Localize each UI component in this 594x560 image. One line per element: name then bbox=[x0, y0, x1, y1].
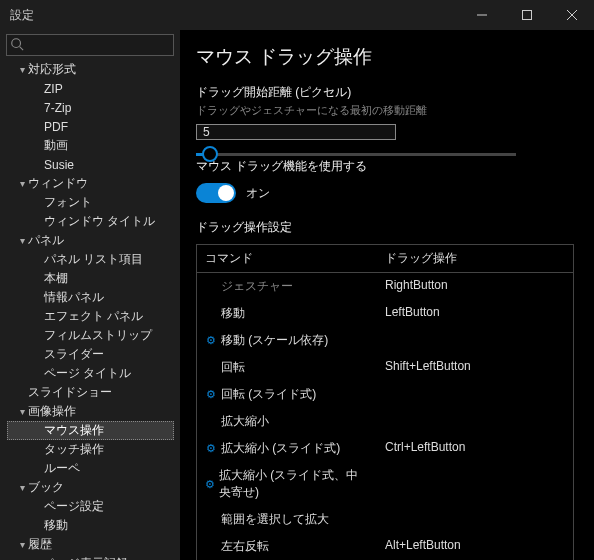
table-cell-command: 拡大縮小 bbox=[197, 408, 377, 435]
table-cell-operation: Alt+LeftButton bbox=[377, 533, 573, 560]
minimize-button[interactable] bbox=[459, 0, 504, 30]
table-row[interactable]: 範囲を選択して拡大 bbox=[197, 506, 573, 533]
table-title: ドラッグ操作設定 bbox=[196, 219, 574, 236]
table-cell-operation: LeftButton bbox=[377, 300, 573, 327]
tree-item[interactable]: PDF bbox=[8, 117, 174, 136]
tree-item[interactable]: Susie bbox=[8, 155, 174, 174]
tree-item-label: PDF bbox=[44, 120, 68, 134]
command-label: 左右反転 bbox=[221, 538, 269, 555]
chevron-down-icon: ▾ bbox=[16, 64, 28, 75]
tree-item[interactable]: スライダー bbox=[8, 345, 174, 364]
distance-input[interactable] bbox=[196, 124, 396, 140]
tree-item-label: 移動 bbox=[44, 517, 68, 534]
nav-tree[interactable]: ▾対応形式ZIP7-ZipPDF動画Susie▾ウィンドウフォントウィンドウ タ… bbox=[6, 60, 174, 560]
search-icon bbox=[10, 37, 26, 53]
distance-title: ドラッグ開始距離 (ピクセル) bbox=[196, 84, 574, 101]
table-row[interactable]: ⚙拡大縮小 (スライド式、中央寄せ) bbox=[197, 462, 573, 506]
table-row[interactable]: 回転Shift+LeftButton bbox=[197, 354, 573, 381]
tree-item-label: ウィンドウ bbox=[28, 175, 88, 192]
chevron-down-icon: ▾ bbox=[16, 539, 28, 550]
tree-item[interactable]: 本棚 bbox=[8, 269, 174, 288]
table-cell-command: 回転 bbox=[197, 354, 377, 381]
tree-item-label: ブック bbox=[28, 479, 64, 496]
table-row[interactable]: ⚙回転 (スライド式) bbox=[197, 381, 573, 408]
tree-item[interactable]: タッチ操作 bbox=[8, 440, 174, 459]
sidebar: ▾対応形式ZIP7-ZipPDF動画Susie▾ウィンドウフォントウィンドウ タ… bbox=[0, 30, 180, 560]
tree-item[interactable]: パネル リスト項目 bbox=[8, 250, 174, 269]
tree-item[interactable]: ルーペ bbox=[8, 459, 174, 478]
tree-item-label: Susie bbox=[44, 158, 74, 172]
table-cell-operation bbox=[377, 408, 573, 435]
table-row[interactable]: ジェスチャーRightButton bbox=[197, 273, 573, 300]
table-cell-command: 移動 bbox=[197, 300, 377, 327]
tree-item-label: 7-Zip bbox=[44, 101, 71, 115]
enable-title: マウス ドラッグ機能を使用する bbox=[196, 158, 574, 175]
tree-item[interactable]: ページ タイトル bbox=[8, 364, 174, 383]
tree-item-label: ページ タイトル bbox=[44, 365, 131, 382]
tree-item-label: スライドショー bbox=[28, 384, 112, 401]
table-cell-operation bbox=[377, 327, 573, 354]
tree-item[interactable]: 7-Zip bbox=[8, 98, 174, 117]
drag-table: コマンド ドラッグ操作 ジェスチャーRightButton移動LeftButto… bbox=[196, 244, 574, 560]
close-button[interactable] bbox=[549, 0, 594, 30]
table-cell-command: ⚙拡大縮小 (スライド式) bbox=[197, 435, 377, 462]
tree-item[interactable]: フォント bbox=[8, 193, 174, 212]
tree-item-label: ページ表示記録 bbox=[44, 555, 128, 560]
table-cell-command: 左右反転 bbox=[197, 533, 377, 560]
tree-item[interactable]: マウス操作 bbox=[7, 421, 174, 440]
maximize-button[interactable] bbox=[504, 0, 549, 30]
table-row[interactable]: 移動LeftButton bbox=[197, 300, 573, 327]
command-label: 拡大縮小 (スライド式) bbox=[221, 440, 340, 457]
window-title: 設定 bbox=[10, 7, 459, 24]
table-row[interactable]: 拡大縮小 bbox=[197, 408, 573, 435]
table-cell-command: ⚙回転 (スライド式) bbox=[197, 381, 377, 408]
table-cell-command: 範囲を選択して拡大 bbox=[197, 506, 377, 533]
tree-item-label: スライダー bbox=[44, 346, 104, 363]
chevron-down-icon: ▾ bbox=[16, 406, 28, 417]
tree-item-label: 本棚 bbox=[44, 270, 68, 287]
tree-item-label: ZIP bbox=[44, 82, 63, 96]
tree-item[interactable]: フィルムストリップ bbox=[8, 326, 174, 345]
tree-item[interactable]: エフェクト パネル bbox=[8, 307, 174, 326]
page-title: マウス ドラッグ操作 bbox=[196, 44, 574, 70]
tree-item[interactable]: ▾ブック bbox=[8, 478, 174, 497]
tree-item[interactable]: ▾画像操作 bbox=[8, 402, 174, 421]
table-cell-operation bbox=[377, 506, 573, 533]
table-row[interactable]: ⚙拡大縮小 (スライド式)Ctrl+LeftButton bbox=[197, 435, 573, 462]
tree-item[interactable]: ▾対応形式 bbox=[8, 60, 174, 79]
table-cell-operation bbox=[377, 462, 573, 506]
tree-item[interactable]: スライドショー bbox=[8, 383, 174, 402]
table-cell-operation bbox=[377, 381, 573, 408]
tree-item-label: 画像操作 bbox=[28, 403, 76, 420]
tree-item-label: 情報パネル bbox=[44, 289, 104, 306]
tree-item-label: フィルムストリップ bbox=[44, 327, 152, 344]
search-input[interactable] bbox=[6, 34, 174, 56]
tree-item[interactable]: ページ設定 bbox=[8, 497, 174, 516]
distance-subtitle: ドラッグやジェスチャーになる最初の移動距離 bbox=[196, 103, 574, 118]
tree-item[interactable]: ▾パネル bbox=[8, 231, 174, 250]
tree-item[interactable]: ▾ウィンドウ bbox=[8, 174, 174, 193]
table-cell-command: ⚙拡大縮小 (スライド式、中央寄せ) bbox=[197, 462, 377, 506]
main-panel: マウス ドラッグ操作 ドラッグ開始距離 (ピクセル) ドラッグやジェスチャーにな… bbox=[180, 30, 594, 560]
command-label: ジェスチャー bbox=[221, 278, 293, 295]
settings-window: 設定 ▾対応形式ZIP7-ZipPDF動画Susie▾ウィンドウフォントウィンド… bbox=[0, 0, 594, 560]
tree-item[interactable]: 情報パネル bbox=[8, 288, 174, 307]
tree-item[interactable]: ▾履歴 bbox=[8, 535, 174, 554]
table-header: コマンド ドラッグ操作 bbox=[197, 245, 573, 273]
table-row[interactable]: 左右反転Alt+LeftButton bbox=[197, 533, 573, 560]
enable-toggle[interactable] bbox=[196, 183, 236, 203]
tree-item[interactable]: ZIP bbox=[8, 79, 174, 98]
tree-item[interactable]: ウィンドウ タイトル bbox=[8, 212, 174, 231]
slider-thumb[interactable] bbox=[202, 146, 218, 162]
titlebar: 設定 bbox=[0, 0, 594, 30]
tree-item-label: 動画 bbox=[44, 137, 68, 154]
table-row[interactable]: ⚙移動 (スケール依存) bbox=[197, 327, 573, 354]
table-head-operation: ドラッグ操作 bbox=[377, 245, 573, 272]
tree-item[interactable]: 移動 bbox=[8, 516, 174, 535]
chevron-down-icon: ▾ bbox=[16, 482, 28, 493]
tree-item[interactable]: 動画 bbox=[8, 136, 174, 155]
command-label: 拡大縮小 (スライド式、中央寄せ) bbox=[219, 467, 369, 501]
table-cell-command: ⚙移動 (スケール依存) bbox=[197, 327, 377, 354]
chevron-down-icon: ▾ bbox=[16, 178, 28, 189]
tree-item[interactable]: ページ表示記録 bbox=[8, 554, 174, 560]
